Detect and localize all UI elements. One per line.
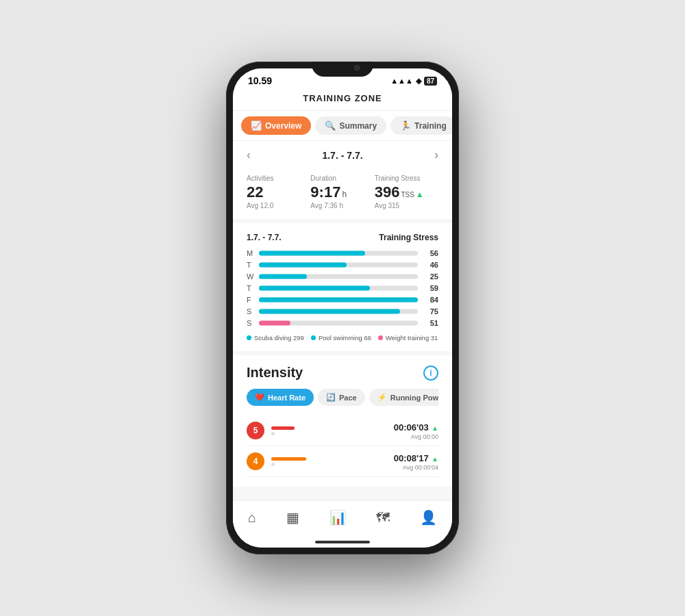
- chart-day-label: M: [247, 249, 255, 257]
- overview-icon: 📈: [251, 120, 262, 131]
- training-icon: 🏃: [400, 120, 411, 131]
- zone-bar-dot: [271, 463, 275, 466]
- tab-overview[interactable]: 📈 Overview: [241, 116, 311, 135]
- stat-activities: Activities 22 Avg 12.0: [247, 175, 310, 209]
- status-time: 10.59: [248, 75, 272, 86]
- home-indicator: [233, 538, 452, 548]
- nav-profile[interactable]: 👤: [413, 506, 444, 528]
- prev-date-btn[interactable]: ‹: [247, 148, 251, 162]
- chart-bar-fill: [259, 298, 418, 303]
- chart-day-label: W: [247, 272, 255, 281]
- chart-day-label: S: [247, 307, 255, 316]
- running-power-icon: ⚡: [377, 393, 387, 402]
- camera: [354, 65, 360, 70]
- zone-avg: Avg 00:00: [394, 433, 438, 440]
- chart-bar-value: 46: [422, 261, 438, 269]
- calendar-icon: ▦: [286, 509, 299, 526]
- legend-label: Weight training 31: [386, 334, 438, 342]
- stats-row: Activities 22 Avg 12.0 Duration 9:17 h A…: [233, 169, 452, 219]
- zone-item: 500:06'03 ▲Avg 00:00: [247, 415, 438, 446]
- home-bar: [315, 541, 370, 543]
- bottom-nav: ⌂ ▦ 📊 🗺 👤: [233, 500, 452, 538]
- zone-items: 500:06'03 ▲Avg 00:00400:08'17 ▲Avg 00:00…: [247, 415, 438, 477]
- nav-stats[interactable]: 📊: [323, 506, 353, 528]
- chart-row: S51: [247, 319, 438, 327]
- intensity-title: Intensity: [247, 365, 303, 381]
- nav-calendar[interactable]: ▦: [279, 506, 306, 528]
- map-icon: 🗺: [376, 510, 390, 526]
- zone-time-value: 00:08'17: [394, 453, 429, 463]
- metric-tab-pace[interactable]: 🔄 Pace: [318, 389, 365, 406]
- chart-day-label: F: [247, 296, 255, 304]
- zone-item: 400:08'17 ▲Avg 00:00'04: [247, 446, 438, 477]
- chart-row: T46: [247, 261, 438, 269]
- zone-time: 00:06'03 ▲: [394, 421, 438, 433]
- nav-home[interactable]: ⌂: [241, 507, 263, 528]
- legend-label: Scuba diving 299: [254, 334, 304, 342]
- legend-item: Weight training 31: [378, 334, 438, 342]
- chart-bar-value: 51: [422, 319, 438, 327]
- chart-bar-container: [259, 285, 418, 292]
- chart-legend: Scuba diving 299Pool swimming 66Weight t…: [247, 334, 438, 342]
- notch: [312, 62, 373, 77]
- chart-bar-fill: [259, 274, 307, 279]
- chart-bar-container: [259, 308, 418, 315]
- chart-day-label: T: [247, 284, 255, 292]
- nav-map[interactable]: 🗺: [369, 507, 397, 528]
- zone-bar: [271, 426, 295, 430]
- zone-time-block: 00:08'17 ▲Avg 00:00'04: [394, 452, 438, 471]
- legend-label: Pool swimming 66: [319, 334, 371, 342]
- zone-bars: [271, 426, 387, 435]
- next-date-btn[interactable]: ›: [434, 148, 438, 162]
- chart-bar-value: 56: [422, 249, 438, 257]
- legend-dot: [378, 335, 383, 340]
- chart-section: 1.7. - 7.7. Training Stress M56T46W25T59…: [233, 223, 452, 351]
- summary-icon: 🔍: [325, 120, 336, 131]
- chart-bar-fill: [259, 251, 365, 256]
- metric-tab-heart-rate[interactable]: ❤️ Heart Rate: [247, 389, 314, 406]
- date-range: 1.7. - 7.7.: [322, 150, 362, 161]
- intensity-section: Intensity i ❤️ Heart Rate 🔄 Pace ⚡: [233, 355, 452, 487]
- legend-dot: [311, 335, 316, 340]
- chart-bar-container: [259, 273, 418, 280]
- chart-bar-container: [259, 296, 418, 303]
- chart-row: T59: [247, 284, 438, 292]
- chart-bar-value: 25: [422, 272, 438, 281]
- heart-rate-icon: ❤️: [255, 393, 264, 402]
- pace-icon: 🔄: [326, 393, 336, 402]
- zone-badge: 5: [247, 422, 264, 439]
- chart-row: M56: [247, 249, 438, 257]
- zone-bar-dot: [271, 432, 275, 435]
- zone-trend: ▲: [432, 424, 438, 432]
- chart-rows: M56T46W25T59F84S75S51: [247, 249, 438, 327]
- profile-icon: 👤: [420, 509, 437, 526]
- tab-summary[interactable]: 🔍 Summary: [315, 116, 386, 135]
- chart-row: F84: [247, 296, 438, 304]
- zone-bar: [271, 457, 306, 461]
- tab-bar: 📈 Overview 🔍 Summary 🏃 Training: [233, 111, 452, 141]
- chart-day-label: T: [247, 261, 255, 269]
- app-header: TRAINING ZONE: [233, 89, 452, 111]
- app-title: TRAINING ZONE: [233, 93, 452, 103]
- scroll-content: ‹ 1.7. - 7.7. › Activities 22 Avg 12.0 D…: [233, 141, 452, 500]
- home-icon: ⌂: [248, 510, 256, 526]
- tab-training[interactable]: 🏃 Training: [390, 116, 452, 135]
- legend-item: Scuba diving 299: [247, 334, 304, 342]
- chart-header: 1.7. - 7.7. Training Stress: [247, 233, 438, 242]
- zone-time: 00:08'17 ▲: [394, 452, 438, 464]
- metric-tabs: ❤️ Heart Rate 🔄 Pace ⚡ Running Power: [247, 389, 438, 406]
- metric-tab-running-power[interactable]: ⚡ Running Power: [369, 389, 438, 406]
- chart-bar-value: 59: [422, 284, 438, 292]
- intensity-header: Intensity i: [247, 365, 438, 381]
- wifi-icon: ◈: [416, 77, 421, 86]
- signal-icon: ▲▲▲: [390, 77, 413, 85]
- zone-bars: [271, 457, 387, 466]
- chart-row: W25: [247, 272, 438, 281]
- zone-avg: Avg 00:00'04: [394, 464, 438, 471]
- info-button[interactable]: i: [423, 365, 438, 381]
- chart-bar-value: 84: [422, 296, 438, 304]
- stat-duration: Duration 9:17 h Avg 7:36 h: [310, 175, 374, 209]
- chart-bar-container: [259, 261, 418, 268]
- chart-bar-fill: [259, 286, 370, 291]
- chart-bar-container: [259, 320, 418, 326]
